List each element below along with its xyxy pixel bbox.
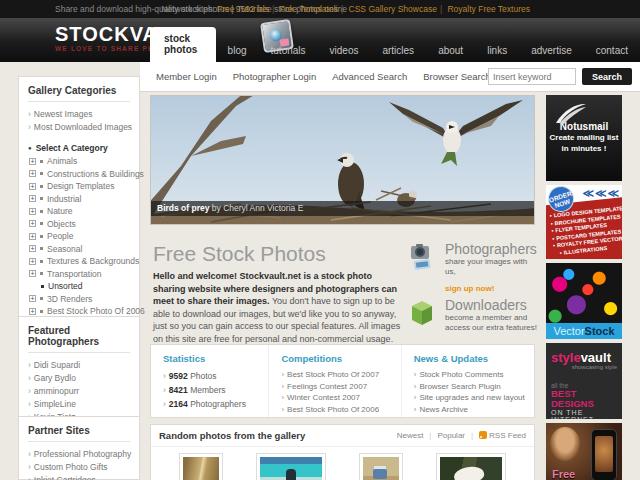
advanced-search-link[interactable]: Advanced Search [332, 71, 407, 82]
bullet-icon [40, 272, 43, 275]
tab-contact[interactable]: contact [584, 40, 640, 62]
news-link[interactable]: Site upgrades and new layout [414, 392, 534, 404]
newest-filter-link[interactable]: Newest [397, 431, 424, 440]
notusmail-text: in minutes ! [546, 143, 622, 154]
category-textures[interactable]: +Textures & Backgrounds [28, 255, 130, 268]
expand-icon[interactable]: + [29, 258, 36, 265]
competition-link[interactable]: Best Stock Photo Of 2006 [281, 404, 400, 416]
expand-icon[interactable]: + [29, 158, 36, 165]
welcome-text: Hello and welcome! Stockvault.net is a s… [153, 270, 401, 345]
news-heading: News & Updates [414, 353, 534, 364]
gallery-thumbnail[interactable] [256, 453, 326, 480]
link-free-tutorials[interactable]: Free Tutorials [217, 4, 269, 14]
photographer-link[interactable]: amminopurr [28, 385, 130, 398]
stylevault-ad[interactable]: stylevault showcasing style all the BEST… [546, 343, 622, 419]
expand-icon[interactable]: + [29, 183, 36, 190]
notusmail-ad[interactable]: Notusmail Create mailing list in minutes… [546, 95, 622, 181]
vectorstock-ad[interactable]: VectorStock [546, 263, 622, 339]
competition-link[interactable]: Feelings Contest 2007 [281, 381, 400, 393]
category-constructions[interactable]: +Constructions & Buildings [28, 168, 130, 181]
partner-sites-title: Partner Sites [28, 425, 130, 442]
stylevault-text: ON THE INTERNET [551, 409, 617, 419]
bullet-icon [40, 172, 43, 175]
bullet-icon [40, 297, 43, 300]
competitions-column: Competitions Best Stock Photo Of 2007 Fe… [268, 345, 400, 417]
stat-photos: 9592 Photos [163, 369, 268, 383]
link-css-gallery[interactable]: CSS Gallery Showcase [349, 4, 437, 14]
category-unsorted[interactable]: Unsorted [28, 280, 130, 293]
link-royalty-textures[interactable]: Royalty Free Textures [447, 4, 530, 14]
tab-links[interactable]: links [475, 40, 519, 62]
expand-icon[interactable]: + [29, 220, 36, 227]
link-free-templates[interactable]: Free Templates [280, 4, 338, 14]
expand-icon[interactable]: + [29, 233, 36, 240]
competition-link[interactable]: Best Stock Photo Of 2007 [281, 369, 400, 381]
statistics-column: Statistics 9592 Photos 8421 Members 2164… [151, 345, 268, 417]
news-link[interactable]: Browser Search Plugin [414, 381, 534, 393]
partner-link[interactable]: Custom Photo Gifts [28, 461, 130, 474]
separator: | [272, 4, 274, 14]
expand-icon[interactable]: + [29, 245, 36, 252]
expand-icon[interactable]: + [29, 208, 36, 215]
category-transportation[interactable]: +Transportation [28, 268, 130, 281]
tab-articles[interactable]: articles [370, 40, 426, 62]
gallery-thumbnail[interactable] [359, 453, 403, 480]
popular-filter-link[interactable]: Popular [437, 431, 465, 440]
stat-members: 8421 Members [163, 383, 268, 397]
stylevault-text: BEST DESIGNS [551, 389, 617, 409]
most-downloaded-link[interactable]: Most Downloaded Images [28, 121, 130, 134]
search-input[interactable] [488, 68, 576, 85]
separator: | [471, 431, 473, 440]
tab-blog[interactable]: blog [216, 40, 259, 62]
category-industrial[interactable]: +Industrial [28, 193, 130, 206]
rss-icon [479, 431, 487, 439]
featured-photo[interactable]: Birds of prey by Cheryl Ann Victoria E [150, 95, 535, 225]
newest-images-link[interactable]: Newest Images [28, 108, 130, 121]
tab-advertise[interactable]: advertise [519, 40, 584, 62]
main-nav: stock photos blog tutorials videos artic… [150, 27, 640, 62]
free-iphone-ad[interactable]: FreeiPhone [546, 423, 622, 480]
tab-videos[interactable]: videos [318, 40, 371, 62]
expand-icon[interactable]: + [29, 295, 36, 302]
category-nature[interactable]: +Nature [28, 205, 130, 218]
expand-icon[interactable]: + [29, 170, 36, 177]
news-column: News & Updates Stock Photo Comments Brow… [401, 345, 534, 417]
category-objects[interactable]: +Objects [28, 218, 130, 231]
downloaders-promo: Downloaders become a member and access o… [408, 298, 538, 333]
tab-about[interactable]: about [426, 40, 475, 62]
category-seasonal[interactable]: +Seasonal [28, 243, 130, 256]
gallery-thumbnail[interactable] [436, 453, 506, 480]
expand-icon[interactable]: + [29, 270, 36, 277]
category-animals[interactable]: +Animals [28, 155, 130, 168]
category-3d-renders[interactable]: +3D Renders [28, 293, 130, 306]
photo-caption: Birds of prey by Cheryl Ann Victoria E [151, 201, 534, 216]
partner-link[interactable]: Professional Photography [28, 448, 130, 461]
gallery-thumbnail[interactable] [179, 453, 223, 480]
photographer-link[interactable]: Didi Supardi [28, 359, 130, 372]
competitions-heading: Competitions [281, 353, 400, 364]
tab-tutorials[interactable]: tutorials [259, 40, 318, 62]
category-people[interactable]: +People [28, 230, 130, 243]
photographer-link[interactable]: SimpleLine [28, 398, 130, 411]
tab-stock-photos[interactable]: stock photos [150, 27, 216, 62]
photographer-link[interactable]: Gary Bydlo [28, 372, 130, 385]
bullet-icon [40, 222, 43, 225]
bullet-icon [40, 310, 43, 313]
select-category-root: Select A Category [28, 142, 130, 155]
expand-icon[interactable]: + [29, 195, 36, 202]
expand-icon[interactable]: + [29, 308, 36, 315]
photographer-login-link[interactable]: Photographer Login [233, 71, 316, 82]
stylevault-brand: stylevault [551, 351, 617, 364]
random-photos-header: Random photos from the gallery Newest | … [151, 425, 534, 447]
news-link[interactable]: Stock Photo Comments [414, 369, 534, 381]
templates-ad[interactable]: ≪≪≪ ORDERNOW LOGO DESIGN TEMPLATES BROCH… [546, 185, 622, 259]
partner-link[interactable]: Inkjet Cartridges [28, 474, 130, 480]
sign-up-link[interactable]: sign up now! [445, 284, 494, 293]
rss-feed-link[interactable]: RSS Feed [479, 431, 526, 440]
news-link[interactable]: News Archive [414, 404, 534, 416]
member-login-link[interactable]: Member Login [156, 71, 217, 82]
competition-link[interactable]: Winter Contest 2007 [281, 392, 400, 404]
search-button[interactable]: Search [582, 68, 632, 85]
category-design-templates[interactable]: +Design Templates [28, 180, 130, 193]
notusmail-text: Create mailing list [546, 132, 622, 143]
